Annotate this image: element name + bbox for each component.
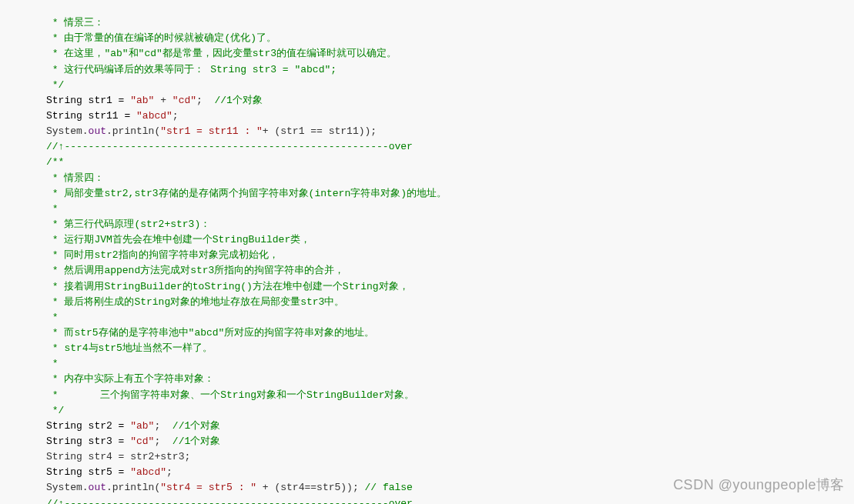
code-line: System.out.println("str4 = str5 : " + (s… (46, 482, 413, 493)
comment-line: * 在这里，"ab"和"cd"都是常量，因此变量str3的值在编译时就可以确定。 (46, 48, 397, 59)
code-line: System.out.println("str1 = str11 : "+ (s… (46, 125, 377, 137)
comment-end: */ (46, 405, 64, 416)
code-line: String str4 = str2+str3; (46, 451, 190, 462)
code-line: String str11 = "abcd"; (46, 110, 179, 122)
code-block: * 情景三： * 由于常量的值在编译的时候就被确定(优化)了。 * 在这里，"a… (0, 0, 854, 504)
comment-start: /** (46, 156, 64, 168)
comment-end: */ (46, 79, 64, 91)
code-line: String str2 = "ab"; //1个对象 (46, 420, 220, 432)
comment-line: * 情景三： (46, 17, 104, 28)
comment-line: * 局部变量str2,str3存储的是存储两个拘留字符串对象(intern字符串… (46, 188, 447, 199)
comment-line: * 这行代码编译后的效果等同于： String str3 = "abcd"; (46, 64, 337, 75)
comment-line: * 运行期JVM首先会在堆中创建一个StringBuilder类， (46, 234, 310, 245)
comment-line: //↑-------------------------------------… (46, 141, 413, 152)
comment-line: * 三个拘留字符串对象、一个String对象和一个StringBuilder对象… (46, 389, 414, 401)
comment-line: * 第三行代码原理(str2+str3)： (46, 219, 210, 230)
comment-line: * str4与str5地址当然不一样了。 (46, 342, 213, 354)
comment-line: //↑-------------------------------------… (46, 498, 413, 505)
comment-line: * (46, 203, 59, 215)
code-line: String str1 = "ab" + "cd"; //1个对象 (46, 95, 263, 106)
comment-line: * 由于常量的值在编译的时候就被确定(优化)了。 (46, 32, 276, 44)
comment-line: * 然后调用append方法完成对str3所指向的拘留字符串的合并， (46, 265, 344, 276)
comment-line: * (46, 358, 59, 369)
comment-line: * 而str5存储的是字符串池中"abcd"所对应的拘留字符串对象的地址。 (46, 327, 374, 339)
comment-line: * 同时用str2指向的拘留字符串对象完成初始化， (46, 249, 279, 261)
comment-line: * 情景四： (46, 172, 104, 184)
code-line: String str5 = "abcd"; (46, 466, 172, 478)
comment-line: * (46, 312, 59, 323)
comment-line: * 最后将刚生成的String对象的堆地址存放在局部变量str3中。 (46, 296, 344, 308)
comment-line: * 内存中实际上有五个字符串对象： (46, 373, 214, 385)
code-line: String str3 = "cd"; //1个对象 (46, 436, 220, 447)
comment-line: * 接着调用StringBuilder的toString()方法在堆中创建一个S… (46, 281, 409, 292)
